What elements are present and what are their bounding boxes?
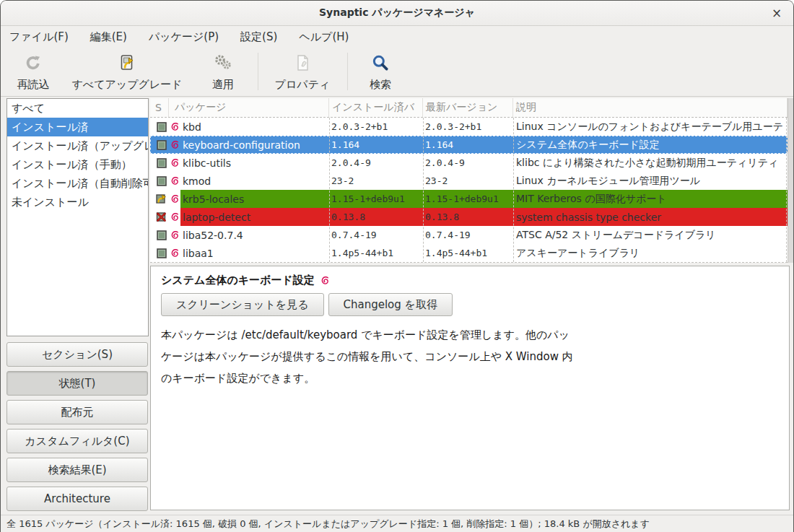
installed-version: 1.15-1+deb9u1 [329,190,423,208]
package-name: krb5-locales [180,190,329,208]
column-header-status[interactable]: S [150,98,169,117]
apply-gears-icon [213,53,233,73]
debian-swirl-icon [170,248,180,258]
menu-edit[interactable]: 編集(E) [90,30,127,44]
table-row[interactable]: keyboard-configuration 1.164 1.164 システム全… [150,136,788,154]
upgrade-all-icon [118,53,136,73]
installed-version: 23-2 [329,172,423,190]
apply-button[interactable]: 適用 [193,53,253,92]
reload-button[interactable]: 再読込 [5,53,61,92]
changelog-button[interactable]: Changelog を取得 [328,293,453,316]
close-icon[interactable]: × [769,5,785,21]
reload-icon [24,53,43,73]
status-installed-icon [157,122,167,132]
column-header-installed-version[interactable]: インストール済バ [329,98,423,117]
menu-package[interactable]: パッケージ(P) [149,30,219,44]
menu-settings[interactable]: 設定(S) [240,30,277,44]
table-row[interactable]: krb5-locales 1.15-1+deb9u1 1.15-1+deb9u1… [150,190,788,208]
properties-button[interactable]: プロパティ [269,53,336,92]
column-header-latest-version[interactable]: 最新バージョン [423,98,513,117]
sidebar-button[interactable]: セクション(S) [6,342,148,367]
latest-version: 0.7.4-19 [423,226,513,244]
status-installed-icon [157,248,167,258]
debian-swirl-icon [170,140,180,149]
package-description: klibc により構築された小さな起動初期用ユーティリティ [513,154,788,172]
titlebar: Synaptic パッケージマネージャ × [1,1,793,26]
debian-swirl-icon [170,158,180,167]
sidebar-filter-item[interactable]: 未インストール [7,193,148,212]
sidebar-button[interactable]: 状態(T) [6,371,148,396]
package-name: kmod [180,172,329,190]
status-cell[interactable] [150,118,169,136]
debian-swirl-icon [170,230,180,240]
status-installed-icon [157,140,167,150]
status-cell[interactable] [150,154,169,172]
package-name: laptop-detect [180,208,329,226]
installed-version: 1.164 [329,136,423,154]
package-description: Linux コンソールのフォントおよびキーテーブル用ユーテ [513,118,788,136]
package-name: liba52-0.7.4 [180,226,329,244]
installed-version: 0.13.8 [329,208,423,226]
swirl-cell [169,154,180,172]
status-cell[interactable] [150,136,169,154]
table-row[interactable]: laptop-detect 0.13.8 0.13.8 system chass… [150,208,788,226]
main-content: すべてインストール済インストール済（アップグレインストール済（手動）インストール… [1,97,794,515]
swirl-cell [169,244,180,262]
table-row[interactable]: kmod 23-2 23-2 Linux カーネルモジュール管理用ツール [150,172,788,190]
window-title: Synaptic パッケージマネージャ [1,6,793,19]
screenshot-button[interactable]: スクリーンショットを見る [161,293,324,316]
table-row[interactable]: liba52-0.7.4 0.7.4-19 0.7.4-19 ATSC A/52… [150,226,788,244]
filter-list: すべてインストール済インストール済（アップグレインストール済（手動）インストール… [6,98,149,336]
debian-swirl-icon [170,176,180,186]
sidebar-filter-item[interactable]: インストール済（アップグレ [7,136,148,155]
debian-swirl-icon [170,122,180,131]
upgrade-all-label: すべてアップグレード [71,78,182,92]
details-pane: システム全体のキーボード設定 スクリーンショットを見る Changelog を取… [150,266,790,510]
sidebar-button[interactable]: カスタムフィルタ(C) [6,429,148,453]
apply-label: 適用 [212,78,234,92]
sidebar-button[interactable]: 検索結果(E) [6,458,148,482]
sidebar-button[interactable]: Architecture [6,487,148,511]
status-cell[interactable] [150,172,169,190]
upgrade-all-button[interactable]: すべてアップグレード [73,53,181,92]
package-name: kbd [180,118,329,136]
sidebar-filter-item[interactable]: インストール済 [7,118,148,136]
table-row[interactable]: kbd 2.0.3-2+b1 2.0.3-2+b1 Linux コンソールのフォ… [150,118,788,136]
debian-swirl-icon [320,276,330,285]
sidebar-button[interactable]: 配布元 [6,400,148,424]
status-installed-icon [157,230,167,240]
latest-version: 1.164 [423,136,513,154]
column-header-description[interactable]: 説明 [513,98,788,117]
swirl-cell [169,136,180,154]
table-row[interactable]: libaa1 1.4p5-44+b1 1.4p5-44+b1 アスキーアートライ… [150,244,788,262]
menu-file[interactable]: ファイル(F) [9,30,69,44]
installed-version: 0.7.4-19 [329,226,423,244]
installed-version: 2.0.3-2+b1 [329,118,423,136]
search-button[interactable]: 検索 [356,53,405,92]
column-header-package[interactable]: パッケージ [169,98,329,117]
table-header: S パッケージ インストール済バ 最新バージョン 説明 [150,98,788,117]
reload-label: 再読込 [17,78,50,92]
status-cell[interactable] [150,226,169,244]
sidebar-filter-item[interactable]: インストール済（手動） [7,155,148,174]
properties-label: プロパティ [275,78,331,92]
menu-help[interactable]: ヘルプ(H) [299,30,349,44]
sidebar-filter-item[interactable]: すべて [7,99,148,118]
status-cell[interactable] [150,244,169,262]
status-upgrade-icon [156,193,167,204]
status-cell[interactable] [150,190,169,208]
status-cell[interactable] [150,208,169,226]
details-title: システム全体のキーボード設定 [161,274,315,287]
table-body: kbd 2.0.3-2+b1 2.0.3-2+b1 Linux コンソールのフォ… [150,117,788,263]
vertical-scrollbar[interactable] [788,98,794,263]
latest-version: 2.0.4-9 [423,154,513,172]
package-name: klibc-utils [180,154,329,172]
table-row[interactable]: klibc-utils 2.0.4-9 2.0.4-9 klibc により構築さ… [150,154,788,172]
swirl-cell [169,190,180,208]
sidebar-filter-item[interactable]: インストール済（自動削除可 [7,174,148,193]
latest-version: 1.4p5-44+b1 [423,244,513,262]
swirl-cell [169,118,180,136]
details-description: 本パッケージは /etc/default/keyboard でキーボード設定を管… [161,324,789,389]
debian-swirl-icon [170,194,180,204]
installed-version: 2.0.4-9 [329,154,423,172]
